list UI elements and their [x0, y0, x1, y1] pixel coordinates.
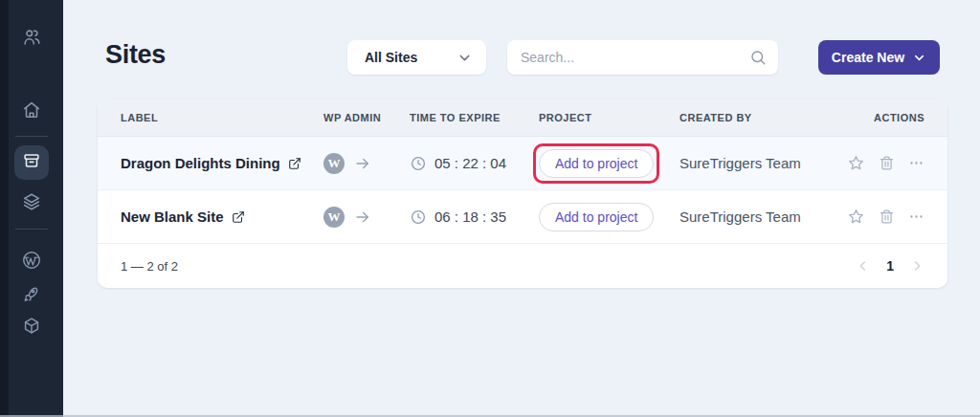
actions-cell [842, 154, 924, 172]
column-header-created-by: CREATED BY [679, 112, 842, 123]
create-new-button[interactable]: Create New [818, 40, 940, 75]
table-row: Dragon Delights Dining W 05 : 22 : 04 Ad… [98, 137, 947, 190]
add-to-project-button[interactable]: Add to project [539, 149, 654, 178]
users-icon [21, 27, 42, 52]
more-options-icon[interactable] [908, 155, 924, 171]
table-header-row: LABEL WP ADMIN TIME TO EXPIRE PROJECT CR… [98, 99, 947, 137]
time-to-expire-cell: 06 : 18 : 35 [410, 208, 539, 226]
wp-admin-cell[interactable]: W [323, 153, 410, 174]
column-header-label: LABEL [121, 112, 323, 123]
cube-icon [21, 316, 42, 340]
project-cell: Add to project [539, 143, 679, 184]
column-header-time-to-expire: TIME TO EXPIRE [410, 112, 539, 123]
chevron-down-icon [457, 50, 473, 66]
site-label: New Blank Site [121, 208, 224, 225]
archive-icon [21, 150, 42, 175]
layers-icon [21, 191, 42, 216]
trash-icon[interactable] [879, 155, 895, 171]
star-icon[interactable] [847, 208, 865, 226]
sidebar-divider [15, 136, 48, 137]
sidebar-item-package[interactable] [0, 316, 63, 340]
rocket-icon [21, 284, 42, 309]
clock-icon [410, 155, 427, 172]
wp-admin-cell[interactable]: W [323, 207, 410, 228]
arrow-right-icon [354, 208, 371, 226]
table-row: New Blank Site W 06 : 18 : 35 Add to pro… [98, 190, 947, 244]
trash-icon[interactable] [879, 208, 895, 225]
arrow-right-icon [354, 155, 371, 172]
actions-cell [842, 208, 924, 226]
create-new-label: Create New [832, 50, 904, 65]
site-label-cell[interactable]: New Blank Site [121, 208, 323, 225]
sites-table-card: LABEL WP ADMIN TIME TO EXPIRE PROJECT CR… [98, 99, 947, 288]
sidebar-item-layers[interactable] [0, 191, 63, 216]
time-to-expire-value: 06 : 18 : 35 [434, 208, 506, 225]
sidebar-item-home[interactable] [0, 99, 63, 124]
highlight-annotation-box: Add to project [533, 143, 659, 184]
external-link-icon[interactable] [232, 210, 245, 224]
created-by-cell: SureTriggers Team [679, 155, 842, 171]
site-label-cell[interactable]: Dragon Delights Dining [121, 155, 323, 171]
created-by-cell: SureTriggers Team [679, 208, 842, 225]
table-footer: 1 — 2 of 2 1 [98, 244, 947, 288]
sidebar-item-launch[interactable] [0, 284, 63, 309]
chevron-left-icon[interactable] [856, 258, 871, 274]
chevron-down-icon [912, 51, 926, 65]
page-number[interactable]: 1 [886, 258, 894, 274]
sidebar-divider [15, 229, 48, 230]
clock-icon [410, 208, 427, 226]
home-icon [21, 99, 42, 124]
wordpress-icon [21, 250, 42, 274]
add-to-project-button[interactable]: Add to project [539, 203, 654, 231]
sites-filter-dropdown[interactable]: All Sites [347, 40, 486, 75]
chevron-right-icon[interactable] [909, 258, 924, 274]
filter-value: All Sites [365, 50, 417, 65]
site-label: Dragon Delights Dining [121, 155, 280, 171]
column-header-actions: ACTIONS [842, 112, 924, 123]
time-to-expire-cell: 05 : 22 : 04 [410, 155, 539, 172]
sidebar-item-wordpress[interactable] [0, 250, 63, 274]
more-options-icon[interactable] [908, 208, 924, 225]
project-cell: Add to project [539, 203, 679, 231]
pagination-range-text: 1 — 2 of 2 [121, 259, 178, 274]
search-box[interactable] [507, 40, 778, 75]
sidebar [0, 0, 63, 417]
sidebar-item-sites-active[interactable] [14, 145, 49, 180]
sidebar-item-team[interactable] [0, 27, 63, 52]
search-icon [749, 49, 767, 66]
star-icon[interactable] [847, 154, 865, 172]
column-header-project: PROJECT [539, 112, 679, 123]
column-header-wp-admin: WP ADMIN [323, 112, 410, 123]
search-input[interactable] [521, 50, 749, 65]
wordpress-icon: W [323, 207, 345, 228]
pagination: 1 [856, 258, 924, 274]
wordpress-icon: W [323, 153, 345, 174]
external-link-icon[interactable] [288, 157, 301, 170]
window-edge-strip [0, 0, 9, 417]
page-title: Sites [105, 40, 166, 70]
time-to-expire-value: 05 : 22 : 04 [434, 155, 506, 171]
